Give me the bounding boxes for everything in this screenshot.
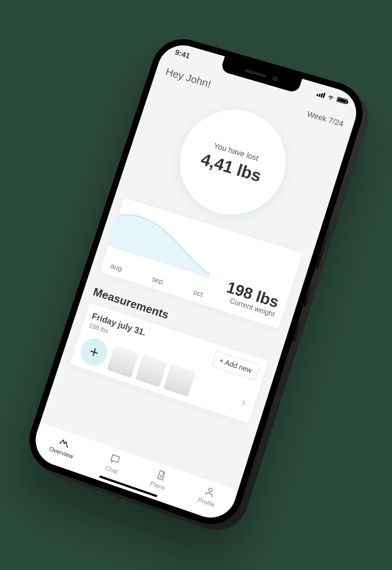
phone-mockup: 9:41 Hey John! Week 7/24 — [21, 32, 371, 533]
profile-icon — [203, 484, 217, 498]
week-indicator: Week 7/24 — [306, 109, 345, 129]
overview-icon — [58, 435, 71, 448]
tab-plans[interactable]: Plans — [149, 467, 170, 492]
tab-profile[interactable]: Profile — [197, 483, 220, 509]
photo-thumbnail[interactable] — [135, 355, 167, 387]
photo-thumbnail[interactable] — [107, 345, 139, 378]
status-time: 9:41 — [174, 48, 191, 60]
month-label: aug — [110, 262, 123, 273]
photo-thumbnail[interactable] — [164, 364, 196, 397]
tab-chat[interactable]: Chat — [104, 452, 123, 475]
tab-label: Overview — [48, 445, 74, 460]
tab-overview[interactable]: Overview — [48, 432, 78, 460]
add-photo-button[interactable]: + — [77, 335, 111, 369]
cellular-icon — [316, 90, 326, 98]
svg-point-5 — [208, 487, 213, 492]
plans-icon — [154, 468, 168, 482]
month-label: sep — [151, 275, 164, 286]
wifi-icon — [326, 93, 335, 101]
chevron-right-icon[interactable]: › — [238, 393, 250, 409]
month-label: oct — [192, 288, 204, 298]
plus-icon: + — [87, 342, 101, 362]
tab-label: Chat — [104, 464, 119, 475]
add-measurement-button[interactable]: + Add new — [211, 351, 260, 381]
chat-icon — [108, 452, 122, 466]
battery-icon — [336, 96, 348, 104]
progress-ring: You have lost 4,41 lbs — [166, 97, 300, 228]
